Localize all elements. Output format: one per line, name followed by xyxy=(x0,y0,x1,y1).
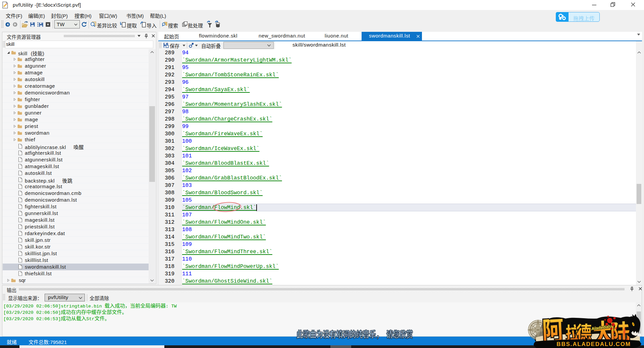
svg-text:BBS.ALADEDALU.COM: BBS.ALADEDALU.COM xyxy=(556,341,631,347)
